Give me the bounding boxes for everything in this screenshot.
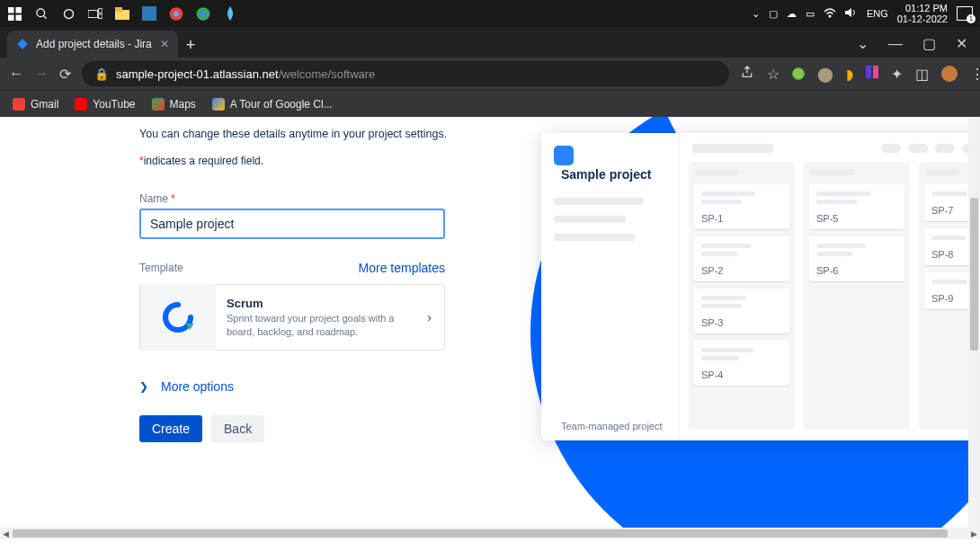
address-bar: ← → ⟳ 🔒 sample-project-01.atlassian.net/… — [0, 58, 980, 90]
app-icon-1[interactable] — [142, 6, 156, 21]
minimize-icon[interactable]: — — [888, 36, 903, 52]
svg-rect-9 — [99, 13, 102, 17]
chrome-chevron-icon[interactable]: ⌄ — [857, 35, 869, 52]
bookmark-star-icon[interactable]: ☆ — [767, 66, 780, 83]
url-field[interactable]: 🔒 sample-project-01.atlassian.net/welcom… — [82, 61, 729, 86]
bookmarks-bar: Gmail YouTube Maps A Tour of Google Cl..… — [0, 90, 980, 117]
date-text: 01-12-2022 — [897, 13, 948, 24]
svg-line-5 — [43, 15, 46, 18]
tray-chevron-icon[interactable]: ⌄ — [752, 8, 760, 20]
reload-icon[interactable]: ⟳ — [59, 66, 71, 83]
svg-point-17 — [200, 11, 207, 17]
card: SP-5 — [809, 184, 904, 229]
settings-hint: You can change these details anytime in … — [139, 128, 463, 140]
svg-rect-3 — [15, 14, 22, 21]
new-tab-button[interactable]: + — [178, 32, 203, 58]
profile-avatar[interactable] — [941, 66, 958, 82]
taskview-icon[interactable] — [88, 6, 102, 21]
svg-point-18 — [829, 15, 831, 17]
close-window-icon[interactable]: ✕ — [956, 35, 967, 52]
more-templates-link[interactable]: More templates — [359, 261, 445, 275]
cortana-icon[interactable] — [61, 6, 76, 21]
chrome-canary-icon[interactable] — [196, 6, 210, 21]
start-icon[interactable] — [7, 6, 22, 21]
preview-footer: Team-managed project — [554, 413, 663, 431]
extension-icon-4[interactable] — [866, 66, 878, 82]
extension-icon-3[interactable]: ◗ — [846, 66, 853, 83]
browser-tab[interactable]: Add project details - Jira ✕ — [7, 31, 178, 58]
card: SP-3 — [694, 289, 789, 333]
page-content: You can change these details anytime in … — [0, 117, 980, 539]
language-indicator[interactable]: ENG — [867, 8, 888, 19]
maximize-icon[interactable]: ▢ — [922, 35, 936, 52]
battery-icon[interactable]: ▭ — [806, 8, 815, 20]
vertical-scrollbar[interactable] — [968, 117, 980, 528]
url-host: sample-project-01.atlassian.net — [116, 67, 279, 81]
tray-icon-1[interactable]: ▢ — [769, 8, 778, 20]
card: SP-1 — [694, 184, 789, 229]
preview-logo-icon — [554, 146, 574, 165]
side-panel-icon[interactable]: ◫ — [915, 66, 929, 83]
card: SP-6 — [809, 236, 904, 281]
jira-icon — [16, 38, 29, 50]
chrome-icon[interactable] — [169, 6, 183, 21]
wifi-icon[interactable] — [824, 8, 836, 20]
required-note: *indicates a required field. — [139, 155, 463, 167]
project-name-input[interactable] — [139, 209, 445, 239]
svg-rect-0 — [8, 7, 14, 13]
template-label: Template — [139, 262, 183, 274]
youtube-icon — [75, 98, 87, 111]
svg-point-15 — [174, 11, 178, 15]
svg-rect-19 — [866, 66, 871, 78]
extension-icon-2[interactable]: ⬤ — [817, 66, 833, 83]
back-button[interactable]: Back — [211, 415, 264, 442]
horizontal-scrollbar[interactable]: ◀ ▶ — [0, 528, 980, 539]
svg-point-6 — [64, 9, 73, 18]
scrum-icon — [140, 284, 216, 351]
volume-icon[interactable] — [845, 7, 858, 20]
close-tab-icon[interactable]: ✕ — [160, 38, 169, 50]
gmail-icon — [13, 98, 25, 111]
template-title: Scrum — [227, 297, 416, 310]
action-center-icon[interactable] — [957, 6, 973, 21]
forward-icon[interactable]: → — [34, 66, 49, 82]
svg-rect-7 — [88, 10, 98, 17]
board-column: SP-5 SP-6 — [804, 162, 910, 430]
create-button[interactable]: Create — [139, 415, 202, 442]
chevron-right-icon: › — [427, 310, 432, 324]
bookmark-gcloud[interactable]: A Tour of Google Cl... — [212, 98, 333, 111]
gcloud-icon — [212, 98, 225, 111]
url-path: /welcome/software — [279, 67, 376, 81]
app-icon-2[interactable] — [223, 6, 237, 21]
maps-icon — [152, 98, 165, 111]
template-card[interactable]: Scrum Sprint toward your project goals w… — [139, 284, 445, 351]
back-icon[interactable]: ← — [9, 66, 23, 82]
svg-point-4 — [36, 8, 44, 16]
more-options-toggle[interactable]: ❯ More options — [139, 379, 463, 394]
clock[interactable]: 01:12 PM 01-12-2022 — [897, 3, 948, 24]
bookmark-maps[interactable]: Maps — [152, 98, 196, 111]
extension-icon-1[interactable] — [792, 67, 805, 80]
bookmark-gmail[interactable]: Gmail — [13, 98, 58, 111]
search-icon[interactable] — [34, 6, 49, 21]
svg-rect-20 — [873, 66, 878, 78]
card: SP-4 — [694, 341, 789, 386]
explorer-icon[interactable] — [115, 6, 129, 21]
svg-rect-1 — [15, 7, 22, 13]
extensions-icon[interactable]: ✦ — [891, 66, 903, 83]
chevron-right-icon: ❯ — [139, 380, 148, 393]
preview-title: Sample project — [561, 167, 651, 182]
svg-rect-11 — [115, 7, 122, 12]
svg-rect-2 — [8, 14, 14, 21]
time-text: 01:12 PM — [897, 3, 948, 13]
bookmark-youtube[interactable]: YouTube — [75, 98, 135, 111]
tab-title: Add project details - Jira — [36, 38, 152, 50]
share-icon[interactable] — [740, 65, 754, 83]
onedrive-icon[interactable]: ☁ — [787, 8, 797, 20]
svg-rect-8 — [99, 8, 102, 12]
card: SP-2 — [694, 236, 789, 281]
name-label: Name * — [139, 192, 463, 205]
menu-icon[interactable]: ⋮ — [970, 66, 980, 83]
tab-strip: Add project details - Jira ✕ + ⌄ — ▢ ✕ — [0, 27, 980, 58]
project-preview: Sample project Team-managed project SP-1 — [541, 133, 980, 440]
